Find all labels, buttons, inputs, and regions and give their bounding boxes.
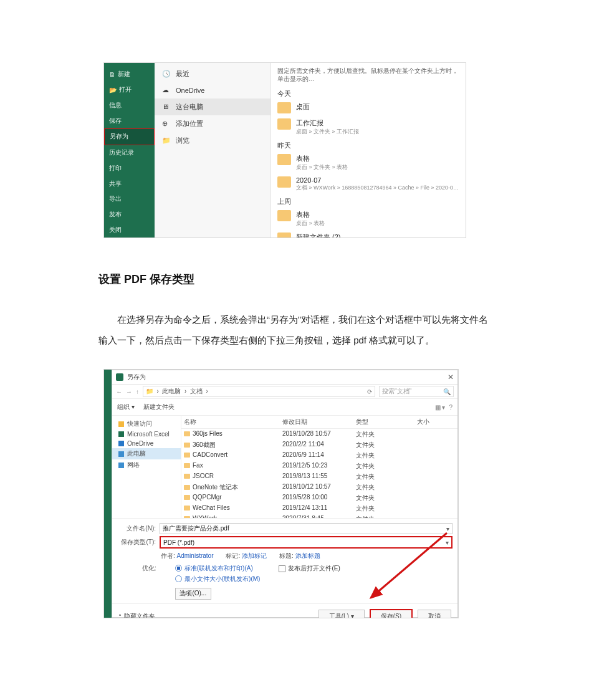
filename-input[interactable]: 推广需要按产品分类.pdf▾ <box>160 523 453 534</box>
sidebar-label: 发布 <box>109 210 122 219</box>
col-type: 类型 <box>353 416 414 428</box>
folder-icon <box>184 431 190 436</box>
file-row[interactable]: Fax2019/12/5 10:23文件夹 <box>181 461 457 471</box>
new-folder-button[interactable]: 新建文件夹 <box>143 403 175 411</box>
file-row[interactable]: OneNote 笔记本2019/10/12 10:57文件夹 <box>181 482 457 492</box>
sidebar-label: 关闭 <box>109 226 122 234</box>
dialog-title: 另存为 <box>127 373 146 381</box>
location-最近[interactable]: 🕓最近 <box>155 65 271 82</box>
recent-location[interactable]: 表格桌面 » 文件夹 » 表格 <box>277 151 459 174</box>
sidebar-item-发布[interactable]: 发布 <box>104 207 155 223</box>
location-path: 文档 » WXWork » 1688850812784964 » Cache »… <box>296 184 459 192</box>
file-row[interactable]: 360js Files2019/10/28 10:57文件夹 <box>181 429 457 439</box>
folder-icon <box>184 453 190 458</box>
sidebar-item-关闭[interactable]: 关闭 <box>104 222 155 237</box>
close-icon[interactable]: ✕ <box>448 373 454 381</box>
file-type: 文件夹 <box>353 492 414 503</box>
recent-location[interactable]: 新建文件夹 (2)桌面 » 新建文件夹 (2) <box>277 230 459 238</box>
tree-item-网络[interactable]: 网络 <box>112 459 181 471</box>
save-button[interactable]: 保存(S) <box>370 609 413 618</box>
cancel-button[interactable]: 取消 <box>418 610 451 618</box>
sidebar-item-共享[interactable]: 共享 <box>104 176 155 191</box>
recent-location[interactable]: 2020-07文档 » WXWork » 1688850812784964 » … <box>277 174 459 194</box>
save-type-dropdown[interactable]: PDF (*.pdf)▾ <box>160 536 453 549</box>
tree-icon <box>118 463 124 468</box>
column-headers[interactable]: 名称 修改日期 类型 大小 <box>181 416 457 429</box>
sidebar-label: 新建 <box>118 70 130 79</box>
file-date: 2019/10/28 10:57 <box>280 429 353 439</box>
sidebar-item-打开[interactable]: 📂打开 <box>104 82 155 98</box>
sidebar-item-保存[interactable]: 保存 <box>104 113 155 128</box>
sidebar-label: 打开 <box>119 85 132 94</box>
options-button[interactable]: 选项(O)... <box>175 588 211 600</box>
up-icon[interactable]: ↑ <box>136 388 139 395</box>
recent-location[interactable]: 桌面 <box>277 100 459 116</box>
file-name: QQPCMgr <box>193 494 222 501</box>
tools-menu[interactable]: 工具(L) ▾ <box>318 610 365 618</box>
sidebar-item-新建[interactable]: 🗎新建 <box>104 67 155 82</box>
radio-standard[interactable]: 标准(联机发布和打印)(A) <box>175 564 261 572</box>
location-这台电脑[interactable]: 🖥这台电脑 <box>155 98 271 115</box>
sidebar-label: 历史记录 <box>109 148 134 157</box>
recent-location[interactable]: 工作汇报桌面 » 文件夹 » 工作汇报 <box>277 116 459 138</box>
tree-item-OneDrive[interactable]: OneDrive <box>112 439 181 448</box>
file-size <box>414 429 457 439</box>
tree-icon <box>118 431 124 437</box>
folder-icon <box>184 506 190 511</box>
file-type: 文件夹 <box>353 450 414 461</box>
tags-field[interactable]: 添加标记 <box>242 552 267 559</box>
recent-location[interactable]: 表格桌面 » 表格 <box>277 208 459 230</box>
location-浏览[interactable]: 📁浏览 <box>155 132 271 149</box>
col-date: 修改日期 <box>280 416 353 428</box>
tree-item-此电脑[interactable]: 此电脑 <box>112 448 181 459</box>
sidebar-item-打印[interactable]: 打印 <box>104 160 155 176</box>
tree-label: 快速访问 <box>127 420 152 428</box>
radio-minimum[interactable]: 最小文件大小(联机发布)(M) <box>175 575 261 583</box>
sidebar-item-历史记录[interactable]: 历史记录 <box>104 145 155 161</box>
add-location-icon: ⊕ <box>162 120 171 128</box>
help-icon[interactable]: ? <box>449 404 453 411</box>
sidebar-item-另存为[interactable]: 另存为 <box>104 128 155 145</box>
tree-item-Microsoft Excel[interactable]: Microsoft Excel <box>112 429 181 439</box>
folder-icon <box>184 516 190 518</box>
hide-folders-toggle[interactable]: ˄隐藏文件夹 <box>118 612 155 618</box>
open-after-publish-checkbox[interactable]: 发布后打开文件(E) <box>279 564 340 573</box>
optimize-options: 优化: 标准(联机发布和打印)(A) 最小文件大小(联机发布)(M) 选项(O)… <box>117 563 453 601</box>
col-name: 名称 <box>181 416 280 428</box>
forward-icon[interactable]: → <box>126 388 132 395</box>
back-icon[interactable]: ← <box>116 388 122 395</box>
location-title: 表格 <box>296 154 348 163</box>
sidebar-item-导出[interactable]: 导出 <box>104 191 155 207</box>
file-row[interactable]: 360截图2020/2/2 11:04文件夹 <box>181 439 457 450</box>
file-size <box>414 450 457 461</box>
file-date: 2019/12/5 10:23 <box>280 461 353 471</box>
location-OneDrive[interactable]: ☁OneDrive <box>155 82 271 98</box>
path-box[interactable]: 📁 › 此电脑 › 文档 › ⟳ <box>143 386 375 397</box>
col-size: 大小 <box>414 416 457 428</box>
file-row[interactable]: WeChat Files2019/12/4 13:11文件夹 <box>181 503 457 514</box>
tree-item-快速访问[interactable]: 快速访问 <box>112 418 181 429</box>
chevron-down-icon[interactable]: ▾ <box>446 525 449 532</box>
organize-menu[interactable]: 组织 ▾ <box>117 403 135 411</box>
folder-icon <box>277 154 291 165</box>
file-row[interactable]: JSOCR2019/8/13 11:55文件夹 <box>181 471 457 482</box>
location-label: 这台电脑 <box>176 102 203 112</box>
file-row[interactable]: QQPCMgr2019/5/28 10:00文件夹 <box>181 492 457 503</box>
chevron-down-icon[interactable]: ▾ <box>446 539 449 546</box>
file-row[interactable]: WXWork2020/7/31 8:45文件夹 <box>181 514 457 518</box>
folder-icon <box>184 474 190 479</box>
view-icon[interactable]: ▦ ▾ <box>435 404 446 411</box>
file-row[interactable]: CADConvert2020/6/9 11:14文件夹 <box>181 450 457 461</box>
file-type: 文件夹 <box>353 471 414 482</box>
sidebar-item-信息[interactable]: 信息 <box>104 97 155 113</box>
refresh-icon[interactable]: ⟳ <box>367 388 372 395</box>
author-field[interactable]: Administrator <box>177 552 214 559</box>
file-name: 360js Files <box>193 430 223 437</box>
title-field[interactable]: 添加标题 <box>295 552 320 559</box>
location-title: 2020-07 <box>296 176 459 184</box>
location-添加位置[interactable]: ⊕添加位置 <box>155 115 271 132</box>
file-name: Fax <box>193 462 203 469</box>
file-name: JSOCR <box>193 472 214 479</box>
search-input[interactable]: 搜索"文档"🔍 <box>379 386 454 397</box>
breadcrumb: 📁 › 此电脑 › 文档 › <box>146 387 208 396</box>
